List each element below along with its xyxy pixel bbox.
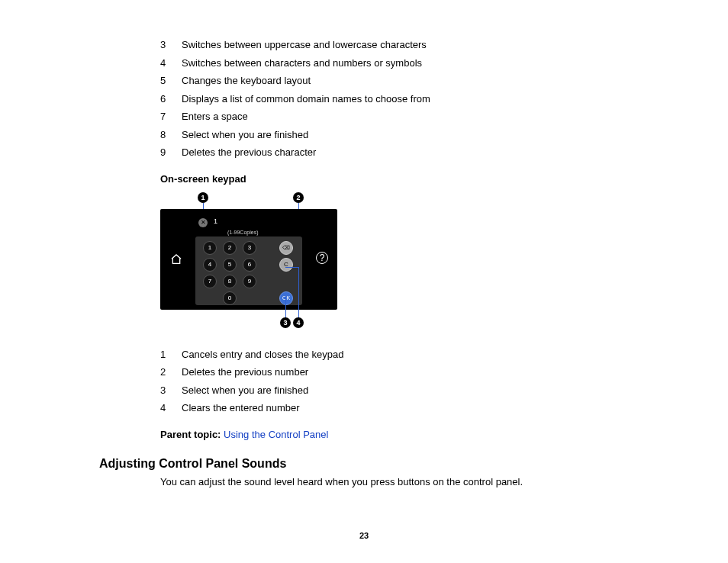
parent-topic: Parent topic: Using the Control Panel: [160, 429, 633, 440]
leader-line: [298, 267, 299, 319]
list-text: Select when you are finished: [182, 384, 308, 397]
list-text: Select when you are finished: [182, 128, 308, 142]
list-item: 1Cancels entry and closes the keypad: [160, 348, 633, 362]
callout-2: 2: [293, 192, 304, 203]
parent-topic-label: Parent topic:: [160, 429, 221, 440]
list-number: 7: [160, 110, 182, 124]
list-text: Enters a space: [182, 110, 248, 124]
list-text: Displays a list of common domain names t…: [182, 92, 430, 106]
key-delete: ⌫: [279, 241, 293, 255]
help-icon: ?: [316, 252, 328, 264]
key-0: 0: [223, 291, 237, 305]
list-upper: 3Switches between uppercase and lowercas…: [160, 38, 633, 159]
close-icon: ✕: [198, 218, 208, 227]
list-item: 5Changes the keyboard layout: [160, 74, 633, 88]
keypad-current-value: 1: [214, 217, 217, 225]
list-item: 4Clears the entered number: [160, 401, 633, 415]
list-text: Deletes the previous number: [182, 365, 308, 379]
leader-line: [285, 296, 286, 319]
list-item: 9Deletes the previous character: [160, 146, 633, 159]
list-text: Switches between uppercase and lowercase…: [182, 38, 427, 52]
callout-4: 4: [293, 317, 304, 328]
list-lower: 1Cancels entry and closes the keypad 2De…: [160, 348, 633, 415]
list-item: 3Switches between uppercase and lowercas…: [160, 38, 633, 52]
keypad-screenshot: ✕ 1 (1-99Copies) ? 1 2 3 ⌫ 4 5 6 C 7 8 9…: [160, 209, 337, 310]
list-number: 9: [160, 146, 182, 159]
list-number: 4: [160, 401, 182, 415]
keypad-range-label: (1-99Copies): [227, 230, 258, 235]
list-item: 3Select when you are finished: [160, 384, 633, 397]
home-icon: [169, 253, 183, 265]
list-number: 1: [160, 348, 182, 362]
list-text: Deletes the previous character: [182, 146, 316, 159]
keypad-grid: 1 2 3 ⌫ 4 5 6 C 7 8 9 0 OK: [195, 236, 302, 305]
list-number: 6: [160, 92, 182, 106]
leader-line: [285, 267, 298, 268]
list-number: 3: [160, 384, 182, 397]
list-text: Switches between characters and numbers …: [182, 56, 422, 70]
page-number: 23: [0, 531, 728, 540]
key-2: 2: [223, 241, 237, 255]
key-clear: C: [279, 258, 293, 272]
section-body: You can adjust the sound level heard whe…: [160, 475, 633, 489]
callout-1: 1: [198, 192, 208, 203]
list-text: Clears the entered number: [182, 401, 300, 415]
key-9: 9: [243, 275, 256, 288]
key-1: 1: [203, 241, 217, 255]
keypad-figure: 1 2 ✕ 1 (1-99Copies) ? 1 2 3 ⌫ 4 5 6 C 7: [160, 192, 633, 328]
section-heading: Adjusting Control Panel Sounds: [99, 457, 633, 471]
list-item: 7Enters a space: [160, 110, 633, 124]
list-number: 2: [160, 365, 182, 379]
key-4: 4: [203, 258, 217, 272]
key-3: 3: [243, 241, 256, 255]
key-7: 7: [203, 275, 217, 288]
key-8: 8: [223, 275, 237, 288]
list-text: Cancels entry and closes the keypad: [182, 348, 343, 362]
subheading-onscreen-keypad: On-screen keypad: [160, 173, 633, 185]
list-number: 3: [160, 38, 182, 52]
list-number: 4: [160, 56, 182, 70]
list-item: 6Displays a list of common domain names …: [160, 92, 633, 106]
list-number: 5: [160, 74, 182, 88]
list-item: 4Switches between characters and numbers…: [160, 56, 633, 70]
list-item: 8Select when you are finished: [160, 128, 633, 142]
callout-3: 3: [280, 317, 291, 328]
parent-topic-link[interactable]: Using the Control Panel: [224, 429, 328, 440]
key-5: 5: [223, 258, 237, 272]
list-item: 2Deletes the previous number: [160, 365, 633, 379]
list-text: Changes the keyboard layout: [182, 74, 311, 88]
key-ok: OK: [279, 291, 293, 305]
key-6: 6: [243, 258, 256, 272]
list-number: 8: [160, 128, 182, 142]
